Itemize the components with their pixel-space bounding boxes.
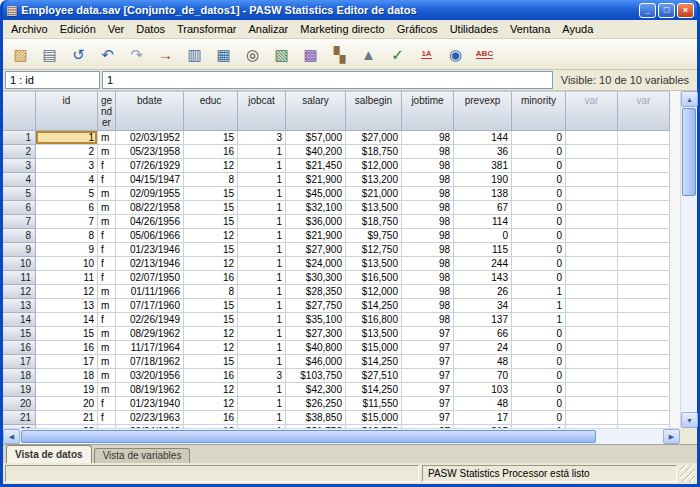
cell-6-prevexp[interactable]: 67 [454, 201, 512, 215]
cell-2-minority[interactable]: 0 [512, 145, 566, 159]
cell-1-var[interactable] [618, 131, 670, 145]
cell-3-bdate[interactable]: 07/26/1929 [116, 159, 184, 173]
cell-15-jobcat[interactable]: 1 [238, 327, 286, 341]
cell-2-var[interactable] [618, 145, 670, 159]
cell-17-jobcat[interactable]: 1 [238, 355, 286, 369]
value-labels-button[interactable]: 1A [413, 42, 440, 67]
cell-12-id[interactable]: 12 [36, 285, 98, 299]
resize-grip[interactable] [680, 465, 695, 482]
cell-2-salbegin[interactable]: $18,750 [346, 145, 402, 159]
cell-12-salbegin[interactable]: $12,000 [346, 285, 402, 299]
cell-12-gender[interactable]: m [98, 285, 116, 299]
column-header-gender-2[interactable]: gender [98, 91, 116, 131]
cell-5-jobtime[interactable]: 98 [402, 187, 454, 201]
cell-9-salary[interactable]: $27,900 [286, 243, 346, 257]
cell-7-prevexp[interactable]: 114 [454, 215, 512, 229]
cell-13-salary[interactable]: $27,750 [286, 299, 346, 313]
split-file-button[interactable]: ▚ [326, 42, 353, 67]
cell-3-educ[interactable]: 12 [184, 159, 238, 173]
cell-4-var[interactable] [566, 173, 618, 187]
cell-10-minority[interactable]: 0 [512, 257, 566, 271]
cell-15-prevexp[interactable]: 66 [454, 327, 512, 341]
cell-7-var[interactable] [566, 215, 618, 229]
menu-item-transformar[interactable]: Transformar [171, 21, 243, 37]
cell-9-jobtime[interactable]: 98 [402, 243, 454, 257]
cell-21-educ[interactable]: 16 [184, 411, 238, 425]
cell-20-gender[interactable]: f [98, 397, 116, 411]
cell-3-jobcat[interactable]: 1 [238, 159, 286, 173]
cell-20-minority[interactable]: 0 [512, 397, 566, 411]
row-header-21[interactable]: 21 [3, 411, 36, 425]
cell-9-educ[interactable]: 15 [184, 243, 238, 257]
cell-17-gender[interactable]: m [98, 355, 116, 369]
cell-19-prevexp[interactable]: 103 [454, 383, 512, 397]
menu-item-archivo[interactable]: Archivo [5, 21, 54, 37]
row-header-11[interactable]: 11 [3, 271, 36, 285]
cell-16-salbegin[interactable]: $15,000 [346, 341, 402, 355]
cell-19-jobcat[interactable]: 1 [238, 383, 286, 397]
cell-18-salbegin[interactable]: $27,510 [346, 369, 402, 383]
cell-2-var[interactable] [566, 145, 618, 159]
cell-9-prevexp[interactable]: 115 [454, 243, 512, 257]
cell-4-salary[interactable]: $21,900 [286, 173, 346, 187]
row-header-16[interactable]: 16 [3, 341, 36, 355]
cell-5-minority[interactable]: 0 [512, 187, 566, 201]
minimize-button[interactable]: _ [639, 3, 656, 18]
cell-18-id[interactable]: 18 [36, 369, 98, 383]
cell-5-var[interactable] [618, 187, 670, 201]
cell-17-var[interactable] [618, 355, 670, 369]
cell-21-salary[interactable]: $38,850 [286, 411, 346, 425]
row-header-1[interactable]: 1 [3, 131, 36, 145]
cell-2-prevexp[interactable]: 36 [454, 145, 512, 159]
active-cell-indicator[interactable]: 1 : id [5, 71, 100, 89]
row-header-9[interactable]: 9 [3, 243, 36, 257]
menu-item-utilidades[interactable]: Utilidades [444, 21, 504, 37]
scroll-up-button[interactable]: ▲ [681, 91, 698, 107]
cell-5-educ[interactable]: 15 [184, 187, 238, 201]
cell-4-minority[interactable]: 0 [512, 173, 566, 187]
cell-1-bdate[interactable]: 02/03/1952 [116, 131, 184, 145]
cell-11-var[interactable] [618, 271, 670, 285]
cell-5-prevexp[interactable]: 138 [454, 187, 512, 201]
cell-3-jobtime[interactable]: 98 [402, 159, 454, 173]
row-header-15[interactable]: 15 [3, 327, 36, 341]
cell-9-jobcat[interactable]: 1 [238, 243, 286, 257]
cell-21-salbegin[interactable]: $15,000 [346, 411, 402, 425]
column-header-var-11[interactable]: var [566, 91, 618, 131]
cell-1-minority[interactable]: 0 [512, 131, 566, 145]
cell-14-var[interactable] [566, 313, 618, 327]
cell-11-jobtime[interactable]: 98 [402, 271, 454, 285]
cell-8-salbegin[interactable]: $9,750 [346, 229, 402, 243]
cell-5-salary[interactable]: $45,000 [286, 187, 346, 201]
cell-13-jobtime[interactable]: 98 [402, 299, 454, 313]
cell-11-salary[interactable]: $30,300 [286, 271, 346, 285]
cell-18-var[interactable] [618, 369, 670, 383]
recall-dialogs-button[interactable]: ↺ [65, 42, 92, 67]
cell-5-id[interactable]: 5 [36, 187, 98, 201]
cell-10-var[interactable] [566, 257, 618, 271]
cell-19-id[interactable]: 19 [36, 383, 98, 397]
spell-check-button[interactable]: ABC [471, 42, 498, 67]
cell-1-gender[interactable]: m [98, 131, 116, 145]
menu-item-edicion[interactable]: Edición [54, 21, 102, 37]
cell-21-prevexp[interactable]: 17 [454, 411, 512, 425]
tab-vista-de-datos[interactable]: Vista de datos [6, 445, 92, 463]
cell-17-id[interactable]: 17 [36, 355, 98, 369]
vertical-scroll-thumb[interactable] [682, 108, 696, 196]
cell-10-gender[interactable]: f [98, 257, 116, 271]
cell-16-prevexp[interactable]: 24 [454, 341, 512, 355]
cell-8-prevexp[interactable]: 0 [454, 229, 512, 243]
cell-15-jobtime[interactable]: 97 [402, 327, 454, 341]
cell-12-bdate[interactable]: 01/11/1966 [116, 285, 184, 299]
menu-item-ver[interactable]: Ver [102, 21, 131, 37]
cell-13-gender[interactable]: m [98, 299, 116, 313]
cell-15-var[interactable] [566, 327, 618, 341]
column-header-minority-10[interactable]: minority [512, 91, 566, 131]
cell-11-var[interactable] [566, 271, 618, 285]
cell-7-minority[interactable]: 0 [512, 215, 566, 229]
cell-1-id[interactable]: 1 [36, 131, 98, 145]
cell-13-id[interactable]: 13 [36, 299, 98, 313]
column-header-bdate-3[interactable]: bdate [116, 91, 184, 131]
cell-6-id[interactable]: 6 [36, 201, 98, 215]
cell-6-bdate[interactable]: 08/22/1958 [116, 201, 184, 215]
